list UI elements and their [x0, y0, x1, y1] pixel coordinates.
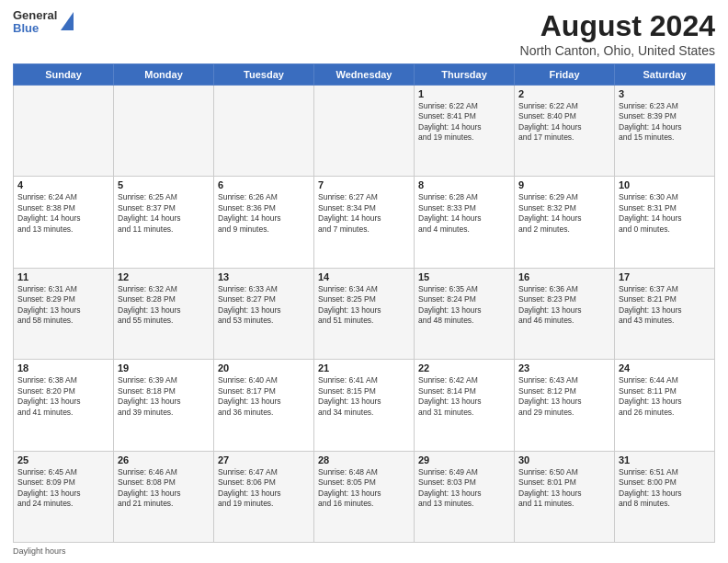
week-row-1: 1Sunrise: 6:22 AM Sunset: 8:41 PM Daylig… — [14, 86, 715, 177]
day-number: 31 — [619, 454, 711, 465]
day-number: 25 — [17, 454, 109, 465]
day-cell: 15Sunrise: 6:35 AM Sunset: 8:24 PM Dayli… — [415, 268, 515, 359]
daylight-label: Daylight hours — [13, 546, 66, 556]
day-cell: 12Sunrise: 6:32 AM Sunset: 8:28 PM Dayli… — [114, 268, 214, 359]
day-cell: 29Sunrise: 6:49 AM Sunset: 8:03 PM Dayli… — [415, 451, 515, 542]
day-info: Sunrise: 6:50 AM Sunset: 8:01 PM Dayligh… — [518, 467, 610, 510]
day-info: Sunrise: 6:24 AM Sunset: 8:38 PM Dayligh… — [17, 192, 109, 235]
day-info: Sunrise: 6:36 AM Sunset: 8:23 PM Dayligh… — [518, 284, 610, 327]
day-cell: 14Sunrise: 6:34 AM Sunset: 8:25 PM Dayli… — [314, 268, 415, 359]
day-number: 17 — [619, 271, 711, 282]
week-row-2: 4Sunrise: 6:24 AM Sunset: 8:38 PM Daylig… — [14, 177, 715, 268]
day-cell: 6Sunrise: 6:26 AM Sunset: 8:36 PM Daylig… — [214, 177, 314, 268]
day-cell: 21Sunrise: 6:41 AM Sunset: 8:15 PM Dayli… — [314, 360, 415, 451]
day-cell: 4Sunrise: 6:24 AM Sunset: 8:38 PM Daylig… — [14, 177, 114, 268]
day-number: 1 — [418, 88, 510, 99]
day-info: Sunrise: 6:40 AM Sunset: 8:17 PM Dayligh… — [218, 375, 310, 418]
header: General Blue August 2024 North Canton, O… — [13, 9, 715, 58]
day-number: 18 — [17, 362, 109, 373]
day-cell: 22Sunrise: 6:42 AM Sunset: 8:14 PM Dayli… — [415, 360, 515, 451]
day-cell: 5Sunrise: 6:25 AM Sunset: 8:37 PM Daylig… — [114, 177, 214, 268]
week-row-4: 18Sunrise: 6:38 AM Sunset: 8:20 PM Dayli… — [14, 360, 715, 451]
day-info: Sunrise: 6:38 AM Sunset: 8:20 PM Dayligh… — [17, 375, 109, 418]
day-number: 21 — [318, 362, 410, 373]
day-number: 3 — [619, 88, 711, 99]
day-cell: 11Sunrise: 6:31 AM Sunset: 8:29 PM Dayli… — [14, 268, 114, 359]
day-cell: 8Sunrise: 6:28 AM Sunset: 8:33 PM Daylig… — [415, 177, 515, 268]
page-subtitle: North Canton, Ohio, United States — [520, 43, 715, 58]
calendar-header: SundayMondayTuesdayWednesdayThursdayFrid… — [14, 64, 715, 86]
day-number: 2 — [518, 88, 610, 99]
day-number: 15 — [418, 271, 510, 282]
day-cell: 17Sunrise: 6:37 AM Sunset: 8:21 PM Dayli… — [615, 268, 715, 359]
day-info: Sunrise: 6:31 AM Sunset: 8:29 PM Dayligh… — [17, 284, 109, 327]
day-info: Sunrise: 6:23 AM Sunset: 8:39 PM Dayligh… — [619, 101, 711, 144]
day-cell: 20Sunrise: 6:40 AM Sunset: 8:17 PM Dayli… — [214, 360, 314, 451]
footer: Daylight hours — [13, 546, 715, 556]
day-info: Sunrise: 6:35 AM Sunset: 8:24 PM Dayligh… — [418, 284, 510, 327]
day-number: 8 — [418, 179, 510, 190]
calendar-table: SundayMondayTuesdayWednesdayThursdayFrid… — [13, 63, 715, 543]
day-number: 29 — [418, 454, 510, 465]
day-cell: 30Sunrise: 6:50 AM Sunset: 8:01 PM Dayli… — [515, 451, 615, 542]
day-number: 5 — [118, 179, 210, 190]
day-number: 11 — [17, 271, 109, 282]
day-number: 10 — [619, 179, 711, 190]
day-info: Sunrise: 6:43 AM Sunset: 8:12 PM Dayligh… — [518, 375, 610, 418]
day-info: Sunrise: 6:37 AM Sunset: 8:21 PM Dayligh… — [619, 284, 711, 327]
day-cell: 24Sunrise: 6:44 AM Sunset: 8:11 PM Dayli… — [615, 360, 715, 451]
day-info: Sunrise: 6:26 AM Sunset: 8:36 PM Dayligh… — [218, 192, 310, 235]
header-cell-thursday: Thursday — [415, 64, 515, 86]
day-number: 9 — [518, 179, 610, 190]
header-cell-monday: Monday — [114, 64, 214, 86]
day-cell: 1Sunrise: 6:22 AM Sunset: 8:41 PM Daylig… — [415, 86, 515, 177]
day-cell: 2Sunrise: 6:22 AM Sunset: 8:40 PM Daylig… — [515, 86, 615, 177]
page-title: August 2024 — [520, 9, 715, 43]
day-cell — [114, 86, 214, 177]
day-info: Sunrise: 6:48 AM Sunset: 8:05 PM Dayligh… — [318, 467, 410, 510]
day-info: Sunrise: 6:22 AM Sunset: 8:41 PM Dayligh… — [418, 101, 510, 144]
day-info: Sunrise: 6:30 AM Sunset: 8:31 PM Dayligh… — [619, 192, 711, 235]
logo-text: General Blue — [13, 9, 57, 36]
day-cell — [214, 86, 314, 177]
day-info: Sunrise: 6:32 AM Sunset: 8:28 PM Dayligh… — [118, 284, 210, 327]
page: General Blue August 2024 North Canton, O… — [0, 0, 728, 563]
day-cell — [314, 86, 415, 177]
day-cell: 7Sunrise: 6:27 AM Sunset: 8:34 PM Daylig… — [314, 177, 415, 268]
day-cell: 10Sunrise: 6:30 AM Sunset: 8:31 PM Dayli… — [615, 177, 715, 268]
header-cell-tuesday: Tuesday — [214, 64, 314, 86]
day-cell: 27Sunrise: 6:47 AM Sunset: 8:06 PM Dayli… — [214, 451, 314, 542]
calendar-body: 1Sunrise: 6:22 AM Sunset: 8:41 PM Daylig… — [14, 86, 715, 543]
day-cell: 31Sunrise: 6:51 AM Sunset: 8:00 PM Dayli… — [615, 451, 715, 542]
day-info: Sunrise: 6:41 AM Sunset: 8:15 PM Dayligh… — [318, 375, 410, 418]
logo-general: General — [13, 9, 57, 22]
day-number: 16 — [518, 271, 610, 282]
week-row-3: 11Sunrise: 6:31 AM Sunset: 8:29 PM Dayli… — [14, 268, 715, 359]
day-number: 4 — [17, 179, 109, 190]
day-info: Sunrise: 6:25 AM Sunset: 8:37 PM Dayligh… — [118, 192, 210, 235]
header-cell-sunday: Sunday — [14, 64, 114, 86]
day-number: 22 — [418, 362, 510, 373]
day-cell: 9Sunrise: 6:29 AM Sunset: 8:32 PM Daylig… — [515, 177, 615, 268]
day-cell: 18Sunrise: 6:38 AM Sunset: 8:20 PM Dayli… — [14, 360, 114, 451]
day-info: Sunrise: 6:45 AM Sunset: 8:09 PM Dayligh… — [17, 467, 109, 510]
day-number: 20 — [218, 362, 310, 373]
day-number: 14 — [318, 271, 410, 282]
day-info: Sunrise: 6:47 AM Sunset: 8:06 PM Dayligh… — [218, 467, 310, 510]
day-number: 13 — [218, 271, 310, 282]
header-row: SundayMondayTuesdayWednesdayThursdayFrid… — [14, 64, 715, 86]
day-cell: 19Sunrise: 6:39 AM Sunset: 8:18 PM Dayli… — [114, 360, 214, 451]
day-cell — [14, 86, 114, 177]
header-cell-friday: Friday — [515, 64, 615, 86]
day-info: Sunrise: 6:27 AM Sunset: 8:34 PM Dayligh… — [318, 192, 410, 235]
day-cell: 16Sunrise: 6:36 AM Sunset: 8:23 PM Dayli… — [515, 268, 615, 359]
day-number: 27 — [218, 454, 310, 465]
day-info: Sunrise: 6:22 AM Sunset: 8:40 PM Dayligh… — [518, 101, 610, 144]
day-number: 19 — [118, 362, 210, 373]
day-info: Sunrise: 6:33 AM Sunset: 8:27 PM Dayligh… — [218, 284, 310, 327]
day-number: 24 — [619, 362, 711, 373]
day-cell: 3Sunrise: 6:23 AM Sunset: 8:39 PM Daylig… — [615, 86, 715, 177]
day-number: 26 — [118, 454, 210, 465]
day-info: Sunrise: 6:49 AM Sunset: 8:03 PM Dayligh… — [418, 467, 510, 510]
logo-blue: Blue — [13, 22, 57, 35]
